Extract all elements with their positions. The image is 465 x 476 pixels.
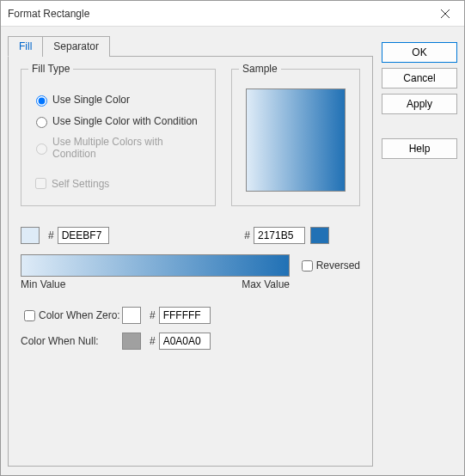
self-settings-label: Self Settings: [52, 178, 109, 190]
titlebar: Format Rectangle: [1, 1, 464, 27]
main-column: Fill Separator Fill Type Use Single Colo…: [8, 35, 373, 467]
reversed[interactable]: Reversed: [298, 258, 360, 274]
min-value-label: Min Value: [21, 278, 65, 290]
color-when-null-label: Color When Null:: [21, 335, 122, 347]
minmax-row: Min Value Max Value: [21, 278, 290, 290]
radio-single-color-input[interactable]: [36, 95, 47, 107]
end-color-swatch[interactable]: [310, 227, 329, 244]
end-color-hex-input[interactable]: [254, 227, 305, 244]
zero-color-swatch[interactable]: [122, 307, 141, 324]
close-icon: [441, 9, 450, 18]
start-color-swatch[interactable]: [21, 227, 40, 244]
start-end-colors-row: # #: [21, 227, 360, 244]
hash-icon: #: [48, 229, 54, 241]
top-groups-row: Fill Type Use Single Color Use Single Co…: [21, 69, 360, 206]
filltype-legend: Fill Type: [28, 63, 73, 75]
dialog-body: Fill Separator Fill Type Use Single Colo…: [1, 27, 464, 475]
reversed-label: Reversed: [316, 259, 360, 272]
side-buttons: OK Cancel Apply Help: [382, 35, 457, 467]
zero-color-hex-input[interactable]: [159, 307, 211, 324]
gradient-row: Reversed: [21, 254, 360, 277]
radio-multiple-colors-condition: Use Multiple Colors with Condition: [32, 136, 205, 160]
gradient-preview: [21, 254, 290, 277]
ok-button[interactable]: OK: [382, 42, 457, 63]
color-when-null-row: Color When Null: #: [21, 332, 360, 351]
window-title: Format Rectangle: [8, 8, 425, 20]
hash-icon: #: [150, 335, 156, 347]
sample-swatch: [246, 88, 346, 192]
tab-panel-fill: Fill Type Use Single Color Use Single Co…: [8, 56, 373, 467]
null-color-swatch[interactable]: [122, 333, 141, 350]
format-rectangle-dialog: Format Rectangle Fill Separator Fill Typ…: [0, 0, 465, 476]
tab-separator[interactable]: Separator: [42, 36, 110, 57]
close-button[interactable]: [425, 1, 464, 27]
radio-single-color-condition-input[interactable]: [36, 117, 47, 128]
radio-single-color-label: Use Single Color: [52, 94, 130, 106]
color-when-zero-label: Color When Zero:: [39, 309, 120, 321]
radio-multiple-colors-condition-label: Use Multiple Colors with Condition: [52, 136, 205, 160]
sample-legend: Sample: [239, 63, 281, 75]
radio-single-color-condition-label: Use Single Color with Condition: [52, 115, 198, 127]
reversed-checkbox[interactable]: [302, 260, 313, 272]
color-when-zero-checkbox[interactable]: [24, 310, 35, 321]
cancel-button[interactable]: Cancel: [382, 68, 457, 88]
filltype-group: Fill Type Use Single Color Use Single Co…: [21, 69, 216, 206]
hash-icon: #: [150, 309, 156, 321]
sample-group: Sample: [231, 69, 360, 206]
self-settings: Self Settings: [32, 175, 205, 192]
tabs: Fill Separator: [8, 35, 373, 56]
apply-button[interactable]: Apply: [382, 94, 457, 114]
radio-single-color-condition[interactable]: Use Single Color with Condition: [32, 114, 205, 128]
help-button[interactable]: Help: [382, 138, 457, 159]
null-color-hex-input[interactable]: [159, 333, 211, 350]
radio-multiple-colors-condition-input: [36, 143, 47, 155]
start-color-hex-input[interactable]: [58, 227, 109, 244]
tab-fill[interactable]: Fill: [8, 36, 43, 57]
color-when-zero[interactable]: Color When Zero:: [21, 308, 122, 324]
color-when-zero-row: Color When Zero: #: [21, 306, 360, 325]
self-settings-checkbox: [35, 178, 46, 189]
max-value-label: Max Value: [242, 278, 290, 290]
hash-icon: #: [244, 229, 250, 241]
radio-single-color[interactable]: Use Single Color: [32, 93, 205, 107]
